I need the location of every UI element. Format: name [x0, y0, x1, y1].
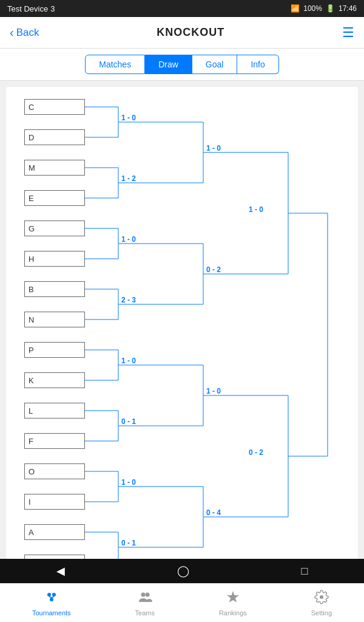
team-box-M: M — [24, 160, 85, 176]
menu-button[interactable]: ☰ — [342, 25, 354, 41]
tournaments-icon — [44, 590, 59, 608]
bracket-container: C D M E G H B N P K L F O I A J 1 - 0 1 … — [6, 87, 358, 585]
nav-teams[interactable]: Teams — [135, 590, 155, 617]
nav-tournaments[interactable]: Tournaments — [32, 590, 71, 617]
score-r3-2: 0 - 2 — [249, 448, 263, 457]
nav-setting-label: Setting — [311, 609, 332, 617]
back-button[interactable]: ‹ Back — [10, 26, 39, 39]
page-title: KNOCKOUT — [157, 26, 224, 39]
tab-info[interactable]: Info — [237, 55, 278, 74]
score-r1-1: 1 - 0 — [121, 114, 136, 122]
score-r1-5: 1 - 0 — [121, 357, 136, 365]
svg-point-57 — [47, 593, 51, 596]
team-box-L: L — [24, 403, 85, 419]
team-box-N: N — [24, 312, 85, 327]
svg-line-60 — [49, 596, 52, 598]
score-r1-4: 2 - 3 — [121, 296, 136, 304]
team-box-H: H — [24, 251, 85, 267]
score-r1-8: 0 - 1 — [121, 539, 136, 547]
nav-teams-label: Teams — [135, 609, 155, 617]
svg-point-59 — [50, 598, 53, 601]
wifi-icon: 📶 — [291, 4, 300, 13]
svg-line-61 — [52, 596, 54, 598]
tab-goal[interactable]: Goal — [192, 55, 238, 74]
tab-bar: Matches Draw Goal Info — [0, 49, 364, 81]
notification-count: 3 — [50, 4, 55, 13]
score-r2-1: 1 - 0 — [206, 144, 221, 152]
tab-matches[interactable]: Matches — [85, 55, 145, 74]
nav-rankings[interactable]: Rankings — [219, 590, 247, 617]
top-nav: ‹ Back KNOCKOUT ☰ — [0, 17, 364, 49]
battery-icon: 🔋 — [326, 4, 335, 13]
battery-level: 100% — [303, 4, 322, 13]
back-label: Back — [16, 27, 39, 39]
score-r1-7: 1 - 0 — [121, 478, 136, 487]
device-name: Test Device — [7, 4, 48, 13]
bracket-inner: C D M E G H B N P K L F O I A J 1 - 0 1 … — [24, 93, 340, 585]
status-bar: Test Device 3 📶 100% 🔋 17:46 — [0, 0, 364, 17]
home-button[interactable]: ◯ — [177, 564, 189, 578]
score-r2-4: 0 - 4 — [206, 508, 221, 517]
score-r1-3: 1 - 0 — [121, 235, 136, 244]
back-system-button[interactable]: ◀ — [56, 564, 65, 578]
setting-icon — [314, 590, 329, 608]
tab-draw[interactable]: Draw — [145, 55, 192, 74]
svg-point-63 — [145, 592, 149, 596]
recents-button[interactable]: □ — [302, 565, 308, 578]
teams-icon — [138, 590, 152, 608]
score-r1-6: 0 - 1 — [121, 417, 136, 426]
svg-point-62 — [141, 592, 145, 596]
team-box-K: K — [24, 372, 85, 388]
nav-rankings-label: Rankings — [219, 609, 247, 617]
rankings-icon — [226, 590, 240, 608]
team-box-B: B — [24, 281, 85, 297]
score-r1-2: 1 - 2 — [121, 174, 136, 183]
nav-tournaments-label: Tournaments — [32, 609, 71, 617]
team-box-E: E — [24, 190, 85, 206]
nav-setting[interactable]: Setting — [311, 590, 332, 617]
time-display: 17:46 — [339, 4, 357, 13]
svg-point-58 — [52, 593, 56, 596]
team-box-I: I — [24, 494, 85, 510]
team-box-P: P — [24, 342, 85, 358]
system-nav: ◀ ◯ □ — [0, 559, 364, 583]
team-box-C: C — [24, 99, 85, 115]
score-r3-1: 1 - 0 — [249, 205, 263, 214]
svg-point-64 — [320, 595, 323, 599]
bottom-nav: Tournaments Teams Rankings Setting — [0, 583, 364, 622]
score-r2-3: 1 - 0 — [206, 387, 221, 395]
team-box-O: O — [24, 463, 85, 479]
score-r2-2: 0 - 2 — [206, 265, 221, 274]
back-arrow-icon: ‹ — [10, 26, 14, 39]
team-box-G: G — [24, 220, 85, 236]
team-box-D: D — [24, 129, 85, 145]
team-box-A: A — [24, 524, 85, 540]
team-box-F: F — [24, 433, 85, 449]
